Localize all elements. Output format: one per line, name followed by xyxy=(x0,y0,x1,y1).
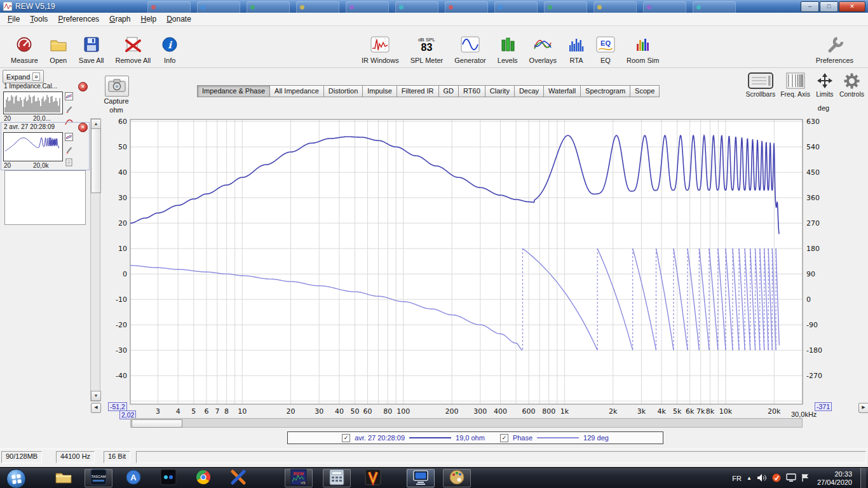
taskbar-display-button[interactable] xyxy=(407,469,435,487)
phase-checkbox[interactable]: ✓ xyxy=(500,434,508,442)
expand-button[interactable]: Expand » xyxy=(3,70,44,83)
pencil-icon[interactable] xyxy=(65,104,73,116)
preferences-button[interactable]: Preferences xyxy=(816,29,853,64)
menu-tools[interactable]: Tools xyxy=(25,13,53,25)
left-axis-unit: ohm xyxy=(95,106,137,114)
taskbar-aimp-button[interactable]: A xyxy=(119,469,147,487)
tab-distortion[interactable]: Distortion xyxy=(324,85,363,97)
taskbar-paint-button[interactable] xyxy=(443,469,471,487)
notes-icon[interactable] xyxy=(65,158,73,169)
tab-spectrogram[interactable]: Spectrogram xyxy=(581,85,630,97)
spl-meter-button[interactable]: dB SPL83SPL Meter xyxy=(410,29,444,64)
taskbar-x-app-button[interactable] xyxy=(224,469,252,487)
room-sim-button[interactable]: Room Sim xyxy=(627,29,659,64)
close-measurement-button[interactable]: × xyxy=(78,82,88,92)
y-axis-min-left-value[interactable]: -51,2 xyxy=(108,402,127,411)
tab-filtered-ir[interactable]: Filtered IR xyxy=(397,85,439,97)
h-scroll-thumb[interactable] xyxy=(132,419,182,428)
v-scroll-thumb[interactable] xyxy=(91,128,101,193)
eq-button[interactable]: EQEQ xyxy=(596,29,615,64)
x-scroll-left-button[interactable]: ◀ xyxy=(91,403,101,413)
scroll-up-arrow[interactable]: ▲ xyxy=(91,119,101,129)
status-samplerate: 44100 Hz xyxy=(56,451,95,463)
tab-scope[interactable]: Scope xyxy=(630,85,660,97)
taskbar-calculator-button[interactable] xyxy=(323,469,351,487)
tab-decay[interactable]: Decay xyxy=(515,85,544,97)
overlays-button[interactable]: Overlays xyxy=(529,29,557,64)
volume-icon[interactable] xyxy=(757,473,767,484)
taskbar-explorer-button[interactable] xyxy=(50,469,78,487)
maximize-button[interactable]: □ xyxy=(820,1,838,12)
close-button[interactable]: ✕ xyxy=(839,1,865,12)
ghost-tab-favicon xyxy=(449,5,453,10)
show-desktop-button[interactable] xyxy=(860,468,866,488)
hidden-icons-arrow[interactable]: ▲ xyxy=(747,475,752,481)
notes-box[interactable] xyxy=(4,170,86,225)
sidebar-scrollbar[interactable]: ▲ ▼ xyxy=(90,118,100,402)
tab-all-impedance[interactable]: All Impedance xyxy=(270,85,324,97)
start-button[interactable] xyxy=(6,469,26,488)
mini-chart-icon[interactable] xyxy=(65,92,73,103)
limits-button[interactable]: Limits xyxy=(815,71,834,98)
series-checkbox[interactable]: ✓ xyxy=(342,434,350,442)
graph-h-scrollbar[interactable] xyxy=(130,418,803,428)
rta-button[interactable]: RTA xyxy=(568,29,585,64)
capture-button[interactable] xyxy=(105,76,129,97)
levels-button[interactable]: Levels xyxy=(498,29,518,64)
taskbar-rew-button[interactable]: REWV5 xyxy=(285,469,313,487)
minimize-button[interactable]: – xyxy=(801,1,819,12)
measurement-thumbnail[interactable] xyxy=(3,132,63,161)
plot-area[interactable]: 345678102030405060801002003004006008001k… xyxy=(102,114,839,421)
taskbar-tascam-button[interactable]: TASCAM xyxy=(85,469,112,487)
x-scroll-right-button[interactable]: ▶ xyxy=(858,403,868,413)
remove-all-button[interactable]: Remove All xyxy=(116,29,151,64)
taskbar-v-app-button[interactable] xyxy=(359,469,387,487)
display-tray-icon[interactable] xyxy=(786,473,796,484)
taskbar-dots-app-button[interactable] xyxy=(154,469,182,487)
tab-clarity[interactable]: Clarity xyxy=(485,85,515,97)
tab-gd[interactable]: GD xyxy=(439,85,459,97)
pencil-icon[interactable] xyxy=(65,145,73,156)
rta-bars-icon xyxy=(568,32,585,57)
measurement-item[interactable]: 1 Impedance.Cal...×2020,0... xyxy=(1,82,89,121)
right-tick-label: 450 xyxy=(806,168,820,177)
menu-preferences[interactable]: Preferences xyxy=(53,13,104,25)
menu-graph[interactable]: Graph xyxy=(104,13,135,25)
tab-waterfall[interactable]: Waterfall xyxy=(544,85,581,97)
taskbar-chrome-button[interactable] xyxy=(189,469,217,487)
measurement-thumbnail[interactable] xyxy=(3,92,63,114)
rew-window: REW V5,19 –□✕ FileToolsPreferencesGraphH… xyxy=(0,0,868,467)
menu-donate[interactable]: Donate xyxy=(161,13,196,25)
controls-button[interactable]: Controls xyxy=(839,71,864,98)
freq-axis-button[interactable]: Freq. Axis xyxy=(780,71,810,98)
svg-text:REW: REW xyxy=(294,471,304,476)
menu-file[interactable]: File xyxy=(3,13,25,25)
menu-help[interactable]: Help xyxy=(135,13,161,25)
tab-impedance-phase[interactable]: Impedance & Phase xyxy=(197,85,270,97)
taskbar-clock[interactable]: 20:33 27/04/2020 xyxy=(817,470,852,486)
x-tick-label: 400 xyxy=(494,407,507,416)
action-center-flag-icon[interactable] xyxy=(801,473,809,484)
measurement-item[interactable]: 2 avr. 27 20:28:09×2020,0k xyxy=(1,123,89,170)
ir-windows-button[interactable]: IR Windows xyxy=(362,29,399,64)
tab-rt60[interactable]: RT60 xyxy=(459,85,485,97)
save-all-button[interactable]: Save All xyxy=(79,29,104,64)
open-button[interactable]: Open xyxy=(50,29,67,64)
scroll-down-arrow[interactable]: ▼ xyxy=(91,391,101,401)
antivirus-tray-icon[interactable] xyxy=(772,473,781,484)
close-measurement-button[interactable]: × xyxy=(78,123,88,132)
mini-chart-icon[interactable] xyxy=(65,132,73,144)
left-tick-label: -30 xyxy=(116,346,127,355)
right-tick-label: -270 xyxy=(806,372,822,380)
toolbar-button-label: Preferences xyxy=(816,57,853,64)
tray-language[interactable]: FR xyxy=(732,475,742,482)
generator-button[interactable]: Generator xyxy=(454,29,486,64)
scrollbars-button[interactable]: Scrollbars xyxy=(746,71,776,98)
double-chevron-icon: » xyxy=(32,72,40,81)
measure-button[interactable]: Measure xyxy=(11,29,38,64)
eq-icon: EQ xyxy=(596,32,615,57)
title-bar[interactable]: REW V5,19 –□✕ xyxy=(0,0,868,13)
y-axis-min-right-value[interactable]: -371 xyxy=(815,402,832,411)
info-button[interactable]: iInfo xyxy=(162,29,177,64)
tab-impulse[interactable]: Impulse xyxy=(363,85,397,97)
